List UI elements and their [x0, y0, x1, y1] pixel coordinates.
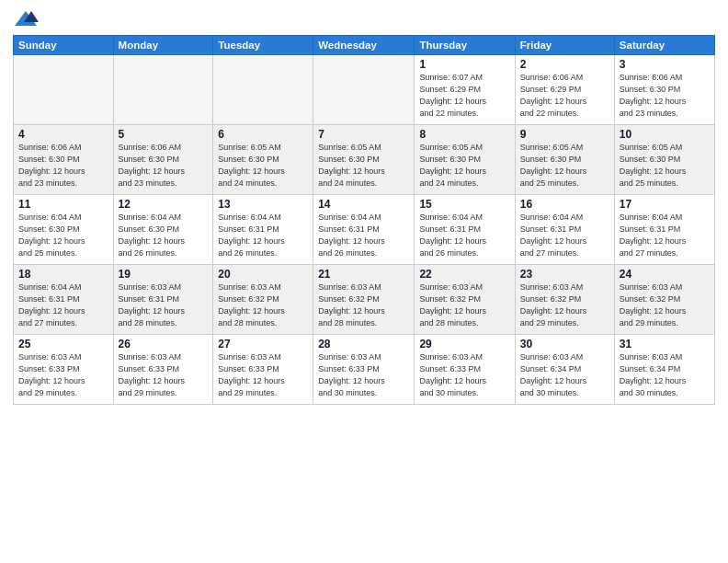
- day-info: Sunrise: 6:03 AM Sunset: 6:32 PM Dayligh…: [218, 282, 308, 329]
- day-number: 21: [318, 268, 409, 281]
- day-info: Sunrise: 6:06 AM Sunset: 6:30 PM Dayligh…: [18, 142, 108, 190]
- day-info: Sunrise: 6:04 AM Sunset: 6:30 PM Dayligh…: [18, 212, 108, 259]
- calendar-cell: 25Sunrise: 6:03 AM Sunset: 6:33 PM Dayli…: [14, 335, 114, 405]
- day-info: Sunrise: 6:04 AM Sunset: 6:30 PM Dayligh…: [119, 212, 209, 259]
- day-info: Sunrise: 6:03 AM Sunset: 6:32 PM Dayligh…: [620, 282, 710, 329]
- calendar-cell: 5Sunrise: 6:06 AM Sunset: 6:30 PM Daylig…: [113, 125, 213, 195]
- day-info: Sunrise: 6:06 AM Sunset: 6:30 PM Dayligh…: [620, 72, 710, 120]
- calendar-cell: 26Sunrise: 6:03 AM Sunset: 6:33 PM Dayli…: [113, 335, 213, 405]
- day-info: Sunrise: 6:03 AM Sunset: 6:33 PM Dayligh…: [419, 351, 509, 399]
- header: [13, 9, 715, 29]
- day-info: Sunrise: 6:04 AM Sunset: 6:31 PM Dayligh…: [419, 212, 509, 259]
- day-info: Sunrise: 6:06 AM Sunset: 6:30 PM Dayligh…: [119, 142, 209, 190]
- calendar-cell: 17Sunrise: 6:04 AM Sunset: 6:31 PM Dayli…: [614, 195, 714, 265]
- weekday-header-saturday: Saturday: [614, 36, 714, 55]
- day-number: 4: [18, 128, 108, 141]
- weekday-header-row: SundayMondayTuesdayWednesdayThursdayFrid…: [14, 36, 715, 55]
- day-number: 16: [520, 198, 609, 211]
- day-info: Sunrise: 6:03 AM Sunset: 6:34 PM Dayligh…: [620, 351, 710, 399]
- calendar-cell: 19Sunrise: 6:03 AM Sunset: 6:31 PM Dayli…: [113, 265, 213, 335]
- calendar-cell: 9Sunrise: 6:05 AM Sunset: 6:30 PM Daylig…: [515, 125, 614, 195]
- day-number: 26: [119, 338, 209, 350]
- calendar-cell: 22Sunrise: 6:03 AM Sunset: 6:32 PM Dayli…: [415, 265, 515, 335]
- week-row-3: 11Sunrise: 6:04 AM Sunset: 6:30 PM Dayli…: [14, 195, 715, 265]
- day-number: 14: [318, 198, 409, 211]
- calendar-cell: 14Sunrise: 6:04 AM Sunset: 6:31 PM Dayli…: [313, 195, 415, 265]
- day-number: 15: [419, 198, 509, 211]
- day-number: 17: [620, 198, 710, 211]
- day-info: Sunrise: 6:05 AM Sunset: 6:30 PM Dayligh…: [218, 142, 308, 190]
- weekday-header-wednesday: Wednesday: [313, 36, 415, 55]
- day-info: Sunrise: 6:05 AM Sunset: 6:30 PM Dayligh…: [620, 142, 710, 190]
- day-info: Sunrise: 6:04 AM Sunset: 6:31 PM Dayligh…: [520, 212, 609, 259]
- logo: [13, 9, 42, 29]
- calendar-cell: 20Sunrise: 6:03 AM Sunset: 6:32 PM Dayli…: [213, 265, 313, 335]
- day-number: 6: [218, 128, 308, 141]
- day-number: 5: [119, 128, 209, 141]
- calendar-cell: 11Sunrise: 6:04 AM Sunset: 6:30 PM Dayli…: [14, 195, 114, 265]
- calendar-cell: 7Sunrise: 6:05 AM Sunset: 6:30 PM Daylig…: [313, 125, 415, 195]
- week-row-5: 25Sunrise: 6:03 AM Sunset: 6:33 PM Dayli…: [14, 335, 715, 405]
- day-number: 12: [119, 198, 209, 211]
- week-row-4: 18Sunrise: 6:04 AM Sunset: 6:31 PM Dayli…: [14, 265, 715, 335]
- calendar-cell: 3Sunrise: 6:06 AM Sunset: 6:30 PM Daylig…: [614, 55, 714, 125]
- day-number: 22: [419, 268, 509, 281]
- logo-icon: [13, 9, 39, 29]
- week-row-2: 4Sunrise: 6:06 AM Sunset: 6:30 PM Daylig…: [14, 125, 715, 195]
- day-number: 7: [318, 128, 409, 141]
- calendar-cell: 13Sunrise: 6:04 AM Sunset: 6:31 PM Dayli…: [213, 195, 313, 265]
- calendar-cell: 18Sunrise: 6:04 AM Sunset: 6:31 PM Dayli…: [14, 265, 114, 335]
- calendar-cell: 27Sunrise: 6:03 AM Sunset: 6:33 PM Dayli…: [213, 335, 313, 405]
- day-info: Sunrise: 6:05 AM Sunset: 6:30 PM Dayligh…: [419, 142, 509, 190]
- weekday-header-tuesday: Tuesday: [213, 36, 313, 55]
- day-info: Sunrise: 6:05 AM Sunset: 6:30 PM Dayligh…: [520, 142, 609, 190]
- day-info: Sunrise: 6:03 AM Sunset: 6:32 PM Dayligh…: [419, 282, 509, 329]
- calendar-cell: 1Sunrise: 6:07 AM Sunset: 6:29 PM Daylig…: [415, 55, 515, 125]
- day-info: Sunrise: 6:03 AM Sunset: 6:34 PM Dayligh…: [520, 351, 609, 399]
- day-number: 8: [419, 128, 509, 141]
- calendar-cell: [313, 55, 415, 125]
- weekday-header-sunday: Sunday: [14, 36, 114, 55]
- day-info: Sunrise: 6:05 AM Sunset: 6:30 PM Dayligh…: [318, 142, 409, 190]
- day-number: 24: [620, 268, 710, 281]
- day-number: 9: [520, 128, 609, 141]
- day-info: Sunrise: 6:03 AM Sunset: 6:33 PM Dayligh…: [119, 351, 209, 399]
- calendar-cell: [14, 55, 114, 125]
- day-info: Sunrise: 6:04 AM Sunset: 6:31 PM Dayligh…: [620, 212, 710, 259]
- page: SundayMondayTuesdayWednesdayThursdayFrid…: [0, 0, 728, 563]
- calendar-cell: 30Sunrise: 6:03 AM Sunset: 6:34 PM Dayli…: [515, 335, 614, 405]
- calendar-cell: 29Sunrise: 6:03 AM Sunset: 6:33 PM Dayli…: [415, 335, 515, 405]
- day-info: Sunrise: 6:03 AM Sunset: 6:33 PM Dayligh…: [318, 351, 409, 399]
- day-number: 13: [218, 198, 308, 211]
- day-info: Sunrise: 6:03 AM Sunset: 6:32 PM Dayligh…: [520, 282, 609, 329]
- day-info: Sunrise: 6:04 AM Sunset: 6:31 PM Dayligh…: [318, 212, 409, 259]
- calendar-cell: 24Sunrise: 6:03 AM Sunset: 6:32 PM Dayli…: [614, 265, 714, 335]
- day-info: Sunrise: 6:04 AM Sunset: 6:31 PM Dayligh…: [218, 212, 308, 259]
- day-number: 29: [419, 338, 509, 350]
- day-number: 2: [520, 58, 609, 71]
- day-number: 27: [218, 338, 308, 350]
- calendar-cell: 10Sunrise: 6:05 AM Sunset: 6:30 PM Dayli…: [614, 125, 714, 195]
- day-number: 25: [18, 338, 108, 350]
- calendar-cell: 16Sunrise: 6:04 AM Sunset: 6:31 PM Dayli…: [515, 195, 614, 265]
- calendar-table: SundayMondayTuesdayWednesdayThursdayFrid…: [13, 35, 715, 405]
- day-number: 10: [620, 128, 710, 141]
- calendar-cell: 21Sunrise: 6:03 AM Sunset: 6:32 PM Dayli…: [313, 265, 415, 335]
- day-info: Sunrise: 6:03 AM Sunset: 6:33 PM Dayligh…: [18, 351, 108, 399]
- calendar-cell: 6Sunrise: 6:05 AM Sunset: 6:30 PM Daylig…: [213, 125, 313, 195]
- day-number: 19: [119, 268, 209, 281]
- day-number: 31: [620, 338, 710, 350]
- weekday-header-monday: Monday: [113, 36, 213, 55]
- day-info: Sunrise: 6:03 AM Sunset: 6:31 PM Dayligh…: [119, 282, 209, 329]
- calendar-cell: [213, 55, 313, 125]
- day-number: 1: [419, 58, 509, 71]
- day-number: 20: [218, 268, 308, 281]
- day-info: Sunrise: 6:03 AM Sunset: 6:32 PM Dayligh…: [318, 282, 409, 329]
- day-number: 3: [620, 58, 710, 71]
- calendar-cell: 12Sunrise: 6:04 AM Sunset: 6:30 PM Dayli…: [113, 195, 213, 265]
- calendar-cell: 4Sunrise: 6:06 AM Sunset: 6:30 PM Daylig…: [14, 125, 114, 195]
- weekday-header-thursday: Thursday: [415, 36, 515, 55]
- calendar-cell: 15Sunrise: 6:04 AM Sunset: 6:31 PM Dayli…: [415, 195, 515, 265]
- day-number: 28: [318, 338, 409, 350]
- weekday-header-friday: Friday: [515, 36, 614, 55]
